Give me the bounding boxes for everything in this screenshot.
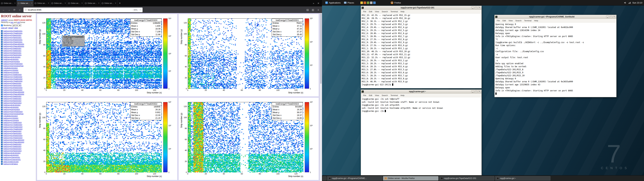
histogram-panel-lowEnergyXYTotalDSSD0[interactable]: Strip number (y) Strip number (x) lowEne…: [37, 14, 177, 96]
zoom-level-badge[interactable]: 90%: [133, 8, 138, 11]
menu-view[interactable]: View: [374, 10, 380, 12]
tray-icon-1[interactable]: [360, 2, 363, 4]
network-signal-icon[interactable]: [628, 2, 631, 4]
terminal-output[interactable]: R52_15: 42.5% -- replaced with R52_15.gz…: [361, 14, 482, 88]
tree-item[interactable]: highEnergyExEyDSSD2: [1, 104, 35, 106]
window-close-button[interactable]: ✕: [478, 6, 481, 9]
tree-item[interactable]: lowEnergyEyRateDSSD1: [1, 34, 35, 36]
tree-item[interactable]: xyMultiplicityDSSD3: [1, 115, 35, 117]
sidebar-link-reload[interactable]: reload: [8, 27, 13, 29]
tree-item[interactable]: lowEnergyEyRateDSSD3: [1, 130, 35, 132]
tree-item[interactable]: lowEnergyExPlainDSSD1: [1, 54, 35, 56]
library-icon[interactable]: ▤: [305, 8, 310, 12]
tree-item[interactable]: lowEnergyExXTotalDSSD1: [1, 30, 35, 32]
tray-icon-5[interactable]: [373, 2, 376, 4]
tree-item[interactable]: lowEnergyExXRateDSSD2: [1, 86, 35, 89]
scrollbar-thumb[interactable]: [320, 14, 322, 84]
browser-tab-1[interactable]: Online server✕: [17, 0, 34, 6]
stats-box[interactable]: lowEnergyXYTotalDSSD0 Entries1196450Mean…: [130, 18, 162, 36]
tree-item[interactable]: lowEnergyEyRateDSSD2: [1, 82, 35, 84]
window-close-button[interactable]: ✕: [478, 90, 481, 93]
tree-item[interactable]: lowEnergyExTotalDSSD3: [1, 143, 35, 145]
jsroot-link[interactable]: JSROOT: [1, 19, 8, 21]
menu-view[interactable]: View: [507, 20, 514, 22]
menu-edit[interactable]: Edit: [368, 94, 374, 96]
tree-item[interactable]: lowEnergyExPlainDSSD3: [1, 150, 35, 152]
menu-search[interactable]: Search: [380, 10, 389, 12]
tree-item[interactable]: highEnergyExEyDSSD3: [1, 152, 35, 154]
tray-icon-4[interactable]: [370, 2, 372, 4]
reload-icon[interactable]: ⟳: [12, 8, 17, 12]
monitoring-checkbox[interactable]: [1, 24, 3, 26]
stats-box[interactable]: lowEnergyXYTotalDSSD1 Entries76421Mean x…: [272, 18, 303, 36]
tree-item[interactable]: highEnergyExDSSD2: [1, 106, 35, 108]
tree-item[interactable]: lowEnergyExXTotalDSSD2: [1, 78, 35, 80]
menu-file[interactable]: File: [362, 10, 368, 12]
tree-item[interactable]: lowEnergyExPlainDSSD2: [1, 102, 35, 104]
menu-edit[interactable]: Edit: [502, 20, 507, 22]
terminal-window-2[interactable]: npg@carme-gsi:~/Programs/CARME_Sort/buil…: [494, 15, 616, 97]
window-minimize-button[interactable]: ▁: [471, 90, 474, 93]
xml-link[interactable]: xml: [17, 22, 20, 23]
tree-item[interactable]: highEnergyChannelADC: [1, 158, 35, 160]
tree-item[interactable]: lowEnergyExYRate1dDSSD2: [1, 93, 35, 95]
tree-item[interactable]: lowEnergyExYRateDSSD3: [1, 136, 35, 139]
menu-help[interactable]: Help: [399, 10, 406, 12]
menu-file[interactable]: File: [362, 94, 368, 96]
places-menu[interactable]: Places: [342, 0, 356, 5]
new-tab-button[interactable]: +: [118, 0, 122, 6]
tree-item[interactable]: lowEnergyExYTotalDSSD3: [1, 128, 35, 130]
window-close-button[interactable]: ✕: [613, 16, 616, 18]
window-maximize-button[interactable]: □: [474, 6, 478, 9]
back-icon[interactable]: ←: [1, 8, 6, 11]
tree-item[interactable]: lowEnergyExYTotalDSSD2: [1, 80, 35, 82]
taskbar-button-1[interactable]: Online server - Mozilla Firefox: [383, 176, 438, 180]
home-icon[interactable]: ⌂: [18, 8, 22, 11]
tree-item[interactable]: lowEnergyExYRate1dDSSD1: [1, 45, 35, 47]
tree-item[interactable]: lowEnergyExXTotalDSSD3: [1, 126, 35, 128]
tab-close-icon[interactable]: ✕: [98, 2, 100, 4]
menu-edit[interactable]: Edit: [368, 10, 374, 12]
stats-box[interactable]: lowEnergyXYTotalDSSD2 Entries163645Mean …: [130, 102, 162, 120]
tree-item[interactable]: lowEnergyExEyDSSD3Plot2: [1, 112, 35, 115]
tree-item[interactable]: highEnergyXYDSSD2: [1, 71, 35, 74]
tree-item[interactable]: lowEnergyExYRate1dDSSD3: [1, 141, 35, 143]
menu-terminal[interactable]: Terminal: [390, 94, 399, 96]
tree-item[interactable]: highEnergyExEyDSSD1: [1, 56, 35, 58]
histogram-panel-lowEnergyXYTotalDSSD1[interactable]: Strip number (y) Strip number (x) lowEne…: [178, 14, 319, 96]
site-info-icon[interactable]: ⓘ: [25, 8, 27, 11]
tray-icon-3[interactable]: [367, 2, 369, 4]
tree-item[interactable]: highEnergyXYDSSD3: [1, 119, 35, 121]
menu-view[interactable]: View: [374, 94, 380, 96]
show-desktop-button[interactable]: [323, 176, 326, 180]
url-bar[interactable]: ⓘ localhost:8085 90% ☆: [24, 8, 142, 12]
applications-menu[interactable]: Applications: [324, 0, 342, 5]
tree-item[interactable]: lowEnergyEyTotalDSSD2: [1, 97, 35, 100]
window-titlebar[interactable]: npg@carme-gsi:~▁□✕: [361, 90, 482, 94]
volume-icon[interactable]: [624, 2, 626, 4]
terminal-window-1[interactable]: npg@carme-gsi:~▁□✕FileEditViewSearchTerm…: [361, 90, 482, 175]
terminal-output[interactable]: Opening dataspy 0dataSpy Shared buffer a…: [494, 22, 616, 97]
tab-close-icon[interactable]: ✕: [115, 2, 116, 4]
tree-item[interactable]: aidaCorrelationScaler: [1, 160, 35, 163]
tree-item[interactable]: lowEnergyExEyDSSD3: [1, 108, 35, 110]
tab-close-icon[interactable]: ✕: [48, 2, 49, 4]
menu-terminal[interactable]: Terminal: [390, 10, 399, 12]
menu-search[interactable]: Search: [514, 20, 522, 22]
tree-item[interactable]: highEnergyExDSSD1: [1, 58, 35, 60]
menu-help[interactable]: Help: [399, 94, 406, 96]
tree-item[interactable]: highEnergyXYTotalDSSD2: [1, 76, 35, 78]
tree-item[interactable]: lowEnergyChannelADC: [1, 156, 35, 158]
taskbar-button-2[interactable]: npg@carme-gsi:/TapeData/G22-201: [439, 176, 494, 180]
menu-search[interactable]: Search: [380, 94, 389, 96]
taskbar-button-0[interactable]: npg@carme-gsi:~/Programs/CARME...: [327, 176, 382, 180]
window-titlebar[interactable]: npg@carme-gsi:/TapeData/G22-201▁□✕: [361, 6, 482, 10]
window-maximize-button[interactable]: □: [610, 16, 612, 18]
tree-item[interactable]: lowEnergyExEyPlotDSSD2: [1, 62, 35, 65]
stats-box[interactable]: lowEnergyXYTotalDSSD3 Entries501884Mean …: [272, 102, 303, 120]
browser-tab-3[interactable]: Online server✕: [50, 0, 67, 6]
page-scrollbar[interactable]: [320, 13, 322, 181]
firefox-panel-item[interactable]: Firefox: [391, 2, 401, 4]
tree-item[interactable]: lowEnergyExXRateDSSD3: [1, 134, 35, 136]
sidebar-toggle-icon[interactable]: ▥: [310, 8, 315, 12]
